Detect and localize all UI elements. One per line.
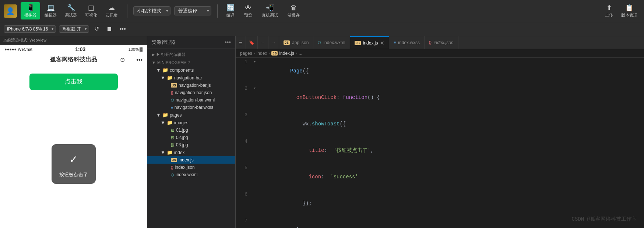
- line-content-4: title: '按钮被点击了',: [258, 137, 644, 164]
- simulator-btn[interactable]: 📱 模拟器: [21, 2, 40, 19]
- tree-item-indexwxml[interactable]: ⬡ index.wxml: [147, 171, 235, 178]
- bc-sep3: ›: [296, 51, 297, 56]
- realtest-label: 真机调试: [262, 13, 278, 18]
- battery-icon: ▓: [140, 47, 142, 51]
- tab-appjson[interactable]: JS app.json: [279, 36, 313, 49]
- sim-circle-btn[interactable]: ⊙: [120, 56, 125, 63]
- tree-item-nav-wxml[interactable]: ⬡ navigation-bar.wxml: [147, 96, 235, 104]
- tree-label: components: [170, 68, 194, 73]
- cloud-btn[interactable]: ☁ 云开发: [102, 2, 121, 19]
- tab-bookmark[interactable]: 🔖: [246, 36, 258, 49]
- hotreload-select[interactable]: 热重载 开 热重载 关: [59, 25, 89, 33]
- indexwxml-icon: ⬡: [171, 173, 174, 177]
- file-tree-section: ▶ ▶ 打开的编辑器 ▼ MINIPROGRAM-7 ▼ 📁 component…: [147, 49, 235, 180]
- tree-item-images[interactable]: ▼ 📁 images: [147, 119, 235, 127]
- tree-item-components[interactable]: ▼ 📁 components: [147, 66, 235, 74]
- line-content-5: icon: 'success': [258, 164, 644, 190]
- tree-item-03jpg[interactable]: 🖼 03.jpg: [147, 141, 235, 149]
- compile-select[interactable]: 普通编译 自定义编译: [174, 6, 211, 15]
- tree-label: index.wxml: [176, 172, 197, 177]
- tab-hamburger[interactable]: ☰: [236, 36, 246, 49]
- tab-label: index.js: [363, 40, 378, 46]
- tree-item-index[interactable]: ▼ 📁 index: [147, 149, 235, 156]
- tree-item-nav-js[interactable]: JS navigation-bar.js: [147, 82, 235, 89]
- tree-item-01jpg[interactable]: 🖼 01.jpg: [147, 127, 235, 134]
- tree-item-nav-json[interactable]: {} navigation-bar.json: [147, 89, 235, 96]
- hotreload-select-wrapper: 热重载 开 热重载 关: [59, 25, 89, 33]
- device-select-wrapper: iPhone 6/7/8 85% 16: [4, 25, 56, 33]
- more-btn[interactable]: •••: [117, 25, 128, 33]
- sim-time: 1:03: [75, 46, 85, 52]
- tree-label: 02.jpg: [176, 135, 188, 140]
- indexwxss-tab-icon: ≡: [394, 40, 396, 44]
- clearcache-label: 清缓存: [288, 13, 300, 18]
- toast-text: 按钮被点击了: [59, 171, 88, 178]
- file-tree-more-btn[interactable]: •••: [225, 39, 231, 46]
- tab-indexwxss[interactable]: ≡ index.wxss: [389, 36, 425, 49]
- code-line-5: 5 icon: 'success': [236, 164, 644, 190]
- tree-label: index.json: [175, 165, 195, 170]
- indexjson-tab-icon: {}: [429, 40, 432, 44]
- tree-label: index.js: [179, 157, 194, 163]
- open-editors-section[interactable]: ▶ ▶ 打开的编辑器: [147, 50, 235, 59]
- bc-indexjs-icon: JS: [271, 51, 278, 56]
- tree-item-indexjs[interactable]: JS index.js: [147, 156, 235, 164]
- visualize-btn[interactable]: ◫ 可视化: [81, 2, 101, 19]
- version-icon: 📋: [625, 4, 633, 12]
- mode-select[interactable]: 小程序模式 插件模式: [133, 6, 170, 15]
- tab-indexwxml[interactable]: ⬡ index.wxml: [313, 36, 350, 49]
- pages-folder-icon: 📁: [162, 112, 168, 118]
- device-select[interactable]: iPhone 6/7/8 85% 16: [4, 25, 56, 33]
- tree-item-nav-wxss[interactable]: ≡ navigation-bar.wxss: [147, 104, 235, 111]
- tab-back[interactable]: ←: [258, 36, 268, 49]
- compile-btn[interactable]: 🔄 编译: [224, 2, 237, 19]
- fold-arrow-2[interactable]: ▾: [252, 84, 258, 93]
- line-content-2: onButtonClick: function() {: [258, 84, 644, 111]
- avatar[interactable]: 👤: [4, 4, 17, 18]
- preview-btn[interactable]: 👁 预览: [241, 3, 255, 19]
- debugger-btn[interactable]: 🔧 调试器: [61, 2, 81, 19]
- editor-label: 编辑器: [45, 13, 57, 18]
- editor-btn[interactable]: 💻 编辑器: [41, 2, 60, 19]
- tab-forward[interactable]: →: [268, 36, 279, 49]
- fold-arrow-1[interactable]: ▾: [252, 58, 258, 67]
- sim-nav-title: 孤客网络科技出品: [50, 56, 97, 64]
- tree-label: navigation-bar: [174, 75, 202, 81]
- top-toolbar: 👤 📱 模拟器 💻 编辑器 🔧 调试器 ◫ 可视化 ☁ 云开发 小程序模式 插件…: [0, 0, 644, 22]
- project-section[interactable]: ▼ MINIPROGRAM-7: [147, 59, 235, 66]
- line-num-5: 5: [236, 164, 252, 172]
- bc-indexjs: index.js: [279, 51, 294, 56]
- clearcache-btn[interactable]: 🗑 清缓存: [285, 3, 303, 19]
- editor-breadcrumb: pages › index › JS index.js › ...: [236, 49, 644, 58]
- upload-btn[interactable]: ⬆ 上传: [602, 2, 616, 19]
- tree-label: navigation-bar.js: [179, 83, 211, 88]
- simulator-icon: 📱: [27, 4, 35, 12]
- img-icon3: 🖼: [171, 143, 175, 147]
- stop-btn[interactable]: ⏹: [104, 25, 115, 33]
- img-icon2: 🖼: [171, 136, 175, 140]
- folder-icon2: 📁: [167, 75, 173, 81]
- realtest-btn[interactable]: 📲 真机调试: [259, 2, 281, 19]
- refresh-btn[interactable]: ↺: [92, 25, 101, 33]
- tree-item-navigation-bar[interactable]: ▼ 📁 navigation-bar: [147, 74, 235, 82]
- tab-indexjson[interactable]: {} index.json: [425, 36, 458, 49]
- file-tree-header: 资源管理器 •••: [147, 36, 235, 49]
- tree-item-pages[interactable]: ▼ 📁 pages: [147, 111, 235, 119]
- debugger-label: 调试器: [65, 13, 77, 18]
- tree-item-02jpg[interactable]: 🖼 02.jpg: [147, 134, 235, 141]
- tab-indexjs[interactable]: JS index.js ✕: [350, 36, 390, 49]
- line-content-3: wx.showToast({: [258, 111, 644, 137]
- tree-item-indexjson[interactable]: {} index.json: [147, 164, 235, 171]
- sim-nav-dots[interactable]: •••: [136, 57, 142, 63]
- tab-close-btn[interactable]: ✕: [380, 40, 384, 46]
- sim-click-btn[interactable]: 点击我: [29, 74, 118, 90]
- tab-label: index.wxss: [398, 40, 420, 45]
- version-btn[interactable]: 📋 版本管理: [618, 2, 640, 19]
- compile-select-wrapper: 普通编译 自定义编译: [174, 6, 211, 15]
- line-content-6: });: [258, 190, 644, 217]
- toolbar-sep1: [127, 4, 127, 18]
- render-mode-label: 当前渲染模式: WebView: [3, 38, 46, 42]
- bc-dots: ...: [299, 51, 302, 56]
- code-editor[interactable]: 1 ▾ Page({ 2 ▾ onButtonClick: function()…: [236, 58, 644, 228]
- pages-arrow: ▼: [156, 112, 161, 118]
